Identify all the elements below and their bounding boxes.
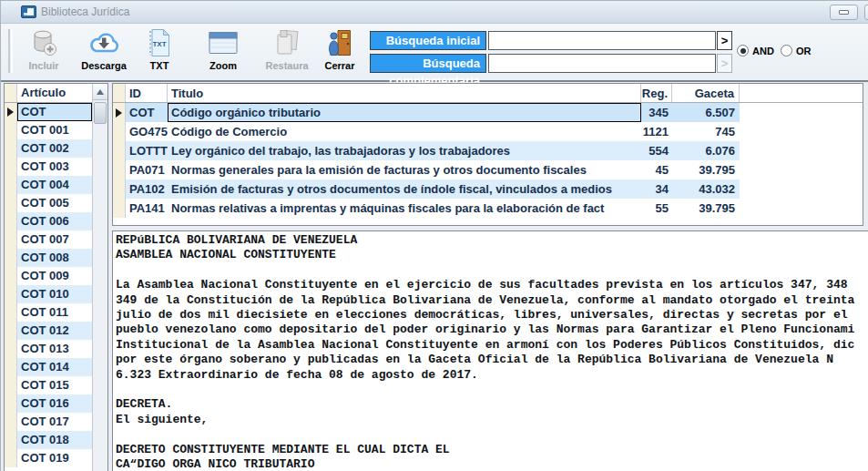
cell-reg[interactable]: 1121 bbox=[641, 122, 672, 141]
descarga-label: Descarga bbox=[81, 60, 127, 71]
cell-reg[interactable]: 345 bbox=[641, 103, 672, 122]
table-header-gutter bbox=[113, 84, 126, 102]
list-item[interactable]: COT 016 bbox=[5, 394, 92, 413]
txt-button[interactable]: TXT TXT bbox=[130, 26, 189, 78]
cell-reg[interactable]: 55 bbox=[641, 199, 672, 218]
cell-titulo[interactable]: Ley orgánico del trabajo, las trabajador… bbox=[168, 141, 641, 160]
zoom-button[interactable]: Zoom bbox=[194, 26, 252, 78]
article-cell[interactable]: COT 016 bbox=[17, 394, 92, 413]
minimize-button[interactable] bbox=[830, 5, 858, 20]
list-item[interactable]: COT 008 bbox=[5, 249, 92, 267]
cell-id[interactable]: LOTTT bbox=[126, 141, 168, 160]
row-gutter bbox=[5, 121, 17, 139]
article-cell[interactable]: COT 012 bbox=[17, 322, 92, 340]
cell-reg[interactable]: 45 bbox=[641, 160, 672, 179]
article-cell[interactable]: COT 019 bbox=[17, 449, 92, 467]
toolbar-gripper[interactable] bbox=[8, 29, 13, 73]
list-item[interactable]: COT 001 bbox=[5, 121, 92, 139]
row-gutter bbox=[5, 376, 17, 394]
list-item[interactable]: COT 002 bbox=[5, 139, 92, 158]
search-initial-go-button[interactable]: > bbox=[717, 31, 732, 50]
article-cell[interactable]: COT 006 bbox=[17, 212, 92, 230]
cell-titulo[interactable]: Emisión de facturas y otros documentos d… bbox=[168, 179, 641, 199]
cell-gaceta[interactable]: 6.507 bbox=[672, 103, 740, 122]
article-cell[interactable]: COT 010 bbox=[17, 285, 92, 303]
article-cell[interactable]: COT 015 bbox=[17, 376, 92, 394]
table-row[interactable]: GO475Código de Comercio1121745 bbox=[113, 122, 863, 141]
scrollbar-thumb[interactable] bbox=[94, 102, 107, 124]
cell-filler bbox=[740, 160, 863, 179]
article-cell[interactable]: COT 002 bbox=[17, 139, 92, 158]
row-gutter bbox=[113, 141, 126, 160]
article-cell[interactable]: COT 003 bbox=[17, 158, 92, 176]
cell-titulo[interactable]: Código orgánico tributario bbox=[168, 103, 641, 122]
cell-titulo[interactable]: Normas relativas a imprentas y máquinas … bbox=[168, 199, 641, 218]
cell-gaceta[interactable]: 745 bbox=[672, 122, 740, 141]
cell-gaceta[interactable]: 43.032 bbox=[672, 179, 740, 199]
list-item[interactable]: COT 019 bbox=[5, 449, 92, 467]
table-row[interactable]: PA071Normas generales para la emisión de… bbox=[113, 160, 863, 179]
list-item[interactable]: COT 003 bbox=[5, 158, 92, 176]
list-item[interactable]: COT 015 bbox=[5, 376, 92, 394]
cell-id[interactable]: COT bbox=[126, 103, 168, 122]
row-gutter bbox=[5, 249, 17, 267]
table-row[interactable]: PA141Normas relativas a imprentas y máqu… bbox=[113, 199, 863, 218]
article-cell[interactable]: COT 018 bbox=[17, 431, 92, 449]
article-cell[interactable]: COT 014 bbox=[17, 358, 92, 376]
article-cell[interactable]: COT bbox=[17, 103, 92, 121]
exit-door-icon bbox=[326, 26, 353, 59]
list-item[interactable]: COT 007 bbox=[5, 230, 92, 249]
article-cell[interactable]: COT 013 bbox=[17, 340, 92, 358]
article-cell[interactable]: COT 009 bbox=[17, 267, 92, 285]
list-item[interactable]: COT 013 bbox=[5, 340, 92, 358]
minimize-icon bbox=[839, 10, 849, 15]
sidebar-scrollbar[interactable] bbox=[92, 84, 107, 471]
cell-titulo[interactable]: Normas generales para la emisión de fact… bbox=[168, 160, 641, 179]
search-complementary-label: Búsqueda complementaria bbox=[370, 54, 486, 73]
row-gutter bbox=[5, 267, 17, 285]
article-cell[interactable]: COT 005 bbox=[17, 194, 92, 212]
document-viewer[interactable]: REPúBLICA BOLIVARIANA DE VENEZUELA ASAMB… bbox=[112, 230, 868, 471]
cell-gaceta[interactable]: 6.076 bbox=[672, 141, 740, 160]
scroll-up-button[interactable] bbox=[93, 84, 107, 100]
article-cell[interactable]: COT 001 bbox=[17, 121, 92, 139]
cell-gaceta[interactable]: 39.795 bbox=[672, 160, 740, 179]
and-radio[interactable]: AND bbox=[737, 45, 774, 56]
list-item[interactable]: COT 018 bbox=[5, 431, 92, 449]
list-item[interactable]: COT 010 bbox=[5, 285, 92, 303]
search-complementary-input[interactable] bbox=[488, 54, 716, 73]
list-item[interactable]: COT 005 bbox=[5, 194, 92, 212]
list-item[interactable]: COT bbox=[5, 103, 92, 121]
window-button-partial[interactable] bbox=[864, 5, 868, 20]
article-cell[interactable]: COT 004 bbox=[17, 176, 92, 194]
list-item[interactable]: COT 017 bbox=[5, 413, 92, 431]
list-item[interactable]: COT 009 bbox=[5, 267, 92, 285]
table-row[interactable]: COTCódigo orgánico tributario3456.507 bbox=[113, 103, 863, 122]
cerrar-button[interactable]: Cerrar bbox=[311, 26, 369, 78]
article-cell[interactable]: COT 007 bbox=[17, 230, 92, 249]
cell-titulo[interactable]: Código de Comercio bbox=[168, 122, 641, 141]
column-header-titulo: Titulo bbox=[168, 84, 641, 102]
cell-id[interactable]: PA141 bbox=[126, 199, 168, 218]
descarga-button[interactable]: Descarga bbox=[75, 26, 133, 78]
list-item[interactable]: COT 004 bbox=[5, 176, 92, 194]
table-row[interactable]: PA102Emisión de facturas y otros documen… bbox=[113, 179, 863, 199]
cell-id[interactable]: GO475 bbox=[126, 122, 168, 141]
cell-id[interactable]: PA071 bbox=[126, 160, 168, 179]
or-radio[interactable]: OR bbox=[781, 45, 812, 56]
article-cell[interactable]: COT 008 bbox=[17, 249, 92, 267]
article-cell[interactable]: COT 011 bbox=[17, 303, 92, 322]
table-row[interactable]: LOTTTLey orgánico del trabajo, las traba… bbox=[113, 141, 863, 160]
cell-reg[interactable]: 34 bbox=[641, 179, 672, 199]
cell-id[interactable]: PA102 bbox=[126, 179, 168, 199]
cell-gaceta[interactable]: 39.795 bbox=[672, 199, 740, 218]
row-gutter bbox=[5, 322, 17, 340]
list-item[interactable]: COT 014 bbox=[5, 358, 92, 376]
list-item[interactable]: COT 012 bbox=[5, 322, 92, 340]
cell-reg[interactable]: 554 bbox=[641, 141, 672, 160]
list-item[interactable]: COT 006 bbox=[5, 212, 92, 230]
column-header-filler bbox=[740, 84, 863, 102]
list-item[interactable]: COT 011 bbox=[5, 303, 92, 322]
search-initial-input[interactable] bbox=[488, 31, 716, 50]
article-cell[interactable]: COT 017 bbox=[17, 413, 92, 431]
